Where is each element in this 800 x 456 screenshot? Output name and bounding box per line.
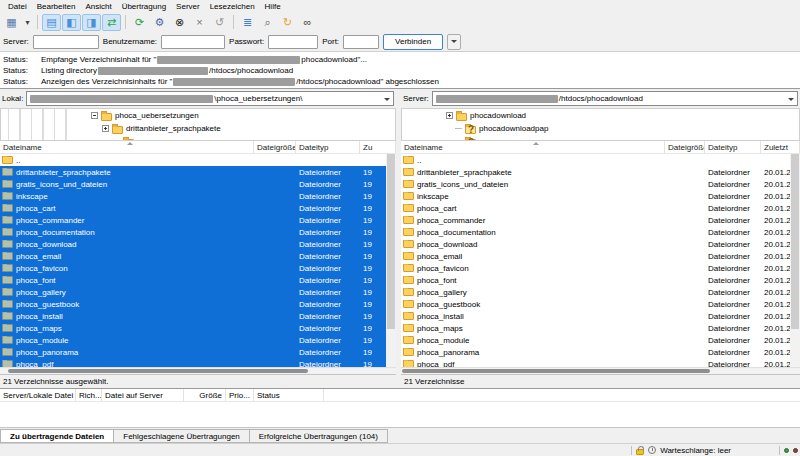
menu-datei[interactable]: Datei <box>3 1 32 12</box>
queue-column-4[interactable]: Prio... <box>226 389 254 401</box>
connect-dropdown-button[interactable] <box>447 34 461 50</box>
column-header-dateityp[interactable]: Dateityp <box>296 141 360 153</box>
file-row-phoca_panorama[interactable]: phoca_panoramaDateiordner19 <box>0 346 386 358</box>
file-row-phoca_documentation[interactable]: phoca_documentationDateiordner19 <box>0 226 386 238</box>
file-row-phoca_download[interactable]: phoca_downloadDateiordner19 <box>0 238 386 250</box>
menu-bearbeiten[interactable]: Bearbeiten <box>32 1 81 12</box>
server-path-combo[interactable]: /htdocs/phocadownload <box>432 91 798 106</box>
connect-button[interactable]: Verbinden <box>383 34 443 50</box>
toggle-local-tree-icon[interactable]: ◧ <box>62 14 81 31</box>
server-horizontal-scrollbar[interactable] <box>401 367 800 374</box>
site-manager-dropdown-icon[interactable]: ▾ <box>22 14 33 31</box>
tree-item-phocadownloadpap[interactable]: phocadownloadpap <box>402 122 799 135</box>
tab-0[interactable]: Zu übertragende Dateien <box>0 429 114 443</box>
file-row-phoca_font[interactable]: phoca_fontDateiordner19 <box>0 274 386 286</box>
menu-übertragung[interactable]: Übertragung <box>117 1 171 12</box>
file-row-phoca_maps[interactable]: phoca_mapsDateiordner19 <box>0 322 386 334</box>
file-row-phoca_install[interactable]: phoca_installDateiordner20.01.2 <box>401 310 790 322</box>
queue-column-0[interactable]: Server/Lokale Datei <box>0 389 76 401</box>
expand-icon[interactable] <box>446 112 453 119</box>
file-row-phoca_maps[interactable]: phoca_mapsDateiordner20.01.2 <box>401 322 790 334</box>
menu-server[interactable]: Server <box>171 1 205 12</box>
file-row-phoca_pdf[interactable]: phoca_pdfDateiordner19 <box>0 358 386 367</box>
tree-item-phocadownload[interactable]: phocadownload <box>402 109 799 122</box>
column-header-dateiname[interactable]: Dateiname <box>0 141 254 153</box>
tree-item-phoca_uebersetzungen[interactable]: phoca_uebersetzungen <box>1 109 395 122</box>
file-row-phoca_favicon[interactable]: phoca_faviconDateiordner19 <box>0 262 386 274</box>
queue-column-3[interactable]: Größe <box>184 389 226 401</box>
file-row-phoca_guestbook[interactable]: phoca_guestbookDateiordner20.01.2 <box>401 298 790 310</box>
column-header-zuletzt[interactable]: Zuletzt <box>761 141 800 153</box>
local-vertical-scrollbar[interactable] <box>386 154 396 367</box>
toggle-message-log-icon[interactable]: ▤ <box>42 14 61 31</box>
file-row-phoca_email[interactable]: phoca_emailDateiordner19 <box>0 250 386 262</box>
refresh-icon[interactable]: ⟳ <box>130 14 149 31</box>
queue-column-5[interactable]: Status <box>254 389 324 401</box>
column-header-dateiname[interactable]: Dateiname <box>401 141 665 153</box>
server-input[interactable] <box>33 35 99 49</box>
collapse-icon[interactable] <box>91 112 98 119</box>
local-horizontal-scrollbar[interactable] <box>0 367 396 374</box>
file-row-drittanbieter_sprachpakete[interactable]: drittanbieter_sprachpaketeDateiordner19 <box>0 166 386 178</box>
toggle-remote-tree-icon[interactable]: ◨ <box>82 14 101 31</box>
sync-browsing-icon[interactable]: ↻ <box>278 14 297 31</box>
file-row-phoca_gallery[interactable]: phoca_galleryDateiordner19 <box>0 286 386 298</box>
file-row-..[interactable]: .. <box>401 154 790 166</box>
process-queue-icon[interactable]: ⚙ <box>150 14 169 31</box>
cancel-icon[interactable]: ⊗ <box>170 14 189 31</box>
file-row-phoca_panorama[interactable]: phoca_panoramaDateiordner20.01.2 <box>401 346 790 358</box>
menu-hilfe[interactable]: Hilfe <box>260 1 286 12</box>
site-manager-icon[interactable]: ▦ <box>2 14 21 31</box>
file-type: Dateiordner <box>296 228 360 237</box>
compare-directories-icon[interactable]: ⌕ <box>258 14 277 31</box>
column-header-zu[interactable]: Zu <box>360 141 396 153</box>
menu-lesezeichen[interactable]: Lesezeichen <box>205 1 260 12</box>
find-files-icon[interactable]: ∞ <box>298 14 317 31</box>
file-row-phoca_commander[interactable]: phoca_commanderDateiordner20.01.2 <box>401 214 790 226</box>
file-row-inkscape[interactable]: inkscapeDateiordner20.01.2 <box>401 190 790 202</box>
queue-column-2[interactable]: Datei auf Server <box>102 389 184 401</box>
queue-body[interactable] <box>0 402 800 427</box>
file-row-phoca_module[interactable]: phoca_moduleDateiordner20.01.2 <box>401 334 790 346</box>
column-header-dateityp[interactable]: Dateityp <box>705 141 761 153</box>
tree-item-drittanbieter_sprachpakete[interactable]: drittanbieter_sprachpakete <box>1 122 395 135</box>
file-row-phoca_cart[interactable]: phoca_cartDateiordner19 <box>0 202 386 214</box>
file-row-phoca_pdf[interactable]: phoca_pdfDateiordner20.01.2 <box>401 358 790 367</box>
port-input[interactable] <box>343 35 379 49</box>
file-row-gratis_icons_und_dateien[interactable]: gratis_icons_und_dateienDateiordner20.01… <box>401 178 790 190</box>
filter-icon[interactable]: ≣ <box>238 14 257 31</box>
file-row-phoca_install[interactable]: phoca_installDateiordner19 <box>0 310 386 322</box>
tree-item[interactable] <box>402 135 799 140</box>
reconnect-icon[interactable]: ↺ <box>210 14 229 31</box>
column-header-dateigre[interactable]: Dateigröße <box>254 141 296 153</box>
file-row-phoca_module[interactable]: phoca_moduleDateiordner19 <box>0 334 386 346</box>
file-row-phoca_documentation[interactable]: phoca_documentationDateiordner20.01.2 <box>401 226 790 238</box>
file-row-..[interactable]: .. <box>0 154 386 166</box>
local-directory-tree[interactable]: phoca_uebersetzungendrittanbieter_sprach… <box>0 108 396 140</box>
tab-2[interactable]: Erfolgreiche Übertragungen (104) <box>250 429 388 443</box>
file-row-inkscape[interactable]: inkscapeDateiordner19 <box>0 190 386 202</box>
file-row-gratis_icons_und_dateien[interactable]: gratis_icons_und_dateienDateiordner19 <box>0 178 386 190</box>
file-row-phoca_gallery[interactable]: phoca_galleryDateiordner20.01.2 <box>401 286 790 298</box>
password-input[interactable] <box>268 35 318 49</box>
tab-1[interactable]: Fehlgeschlagene Übertragungen <box>114 429 250 443</box>
file-row-phoca_commander[interactable]: phoca_commanderDateiordner19 <box>0 214 386 226</box>
file-row-phoca_font[interactable]: phoca_fontDateiordner20.01.2 <box>401 274 790 286</box>
server-directory-tree[interactable]: phocadownloadphocadownloadpap <box>401 108 800 140</box>
server-vertical-scrollbar[interactable] <box>790 154 800 367</box>
menu-ansicht[interactable]: Ansicht <box>80 1 116 12</box>
file-row-drittanbieter_sprachpakete[interactable]: drittanbieter_sprachpaketeDateiordner20.… <box>401 166 790 178</box>
file-row-phoca_email[interactable]: phoca_emailDateiordner20.01.2 <box>401 250 790 262</box>
file-row-phoca_download[interactable]: phoca_downloadDateiordner20.01.2 <box>401 238 790 250</box>
file-row-phoca_guestbook[interactable]: phoca_guestbookDateiordner19 <box>0 298 386 310</box>
file-row-phoca_favicon[interactable]: phoca_faviconDateiordner20.01.2 <box>401 262 790 274</box>
file-row-phoca_cart[interactable]: phoca_cartDateiordner20.01.2 <box>401 202 790 214</box>
toggle-queue-icon[interactable]: ⇄ <box>102 14 121 31</box>
tree-item[interactable] <box>1 135 395 140</box>
disconnect-icon[interactable]: × <box>190 14 209 31</box>
column-header-dateigre[interactable]: Dateigröße <box>665 141 705 153</box>
username-input[interactable] <box>161 35 225 49</box>
local-path-combo[interactable]: \phoca_uebersetzungen\ <box>26 91 394 106</box>
queue-column-1[interactable]: Rich... <box>76 389 102 401</box>
expand-icon[interactable] <box>102 125 109 132</box>
